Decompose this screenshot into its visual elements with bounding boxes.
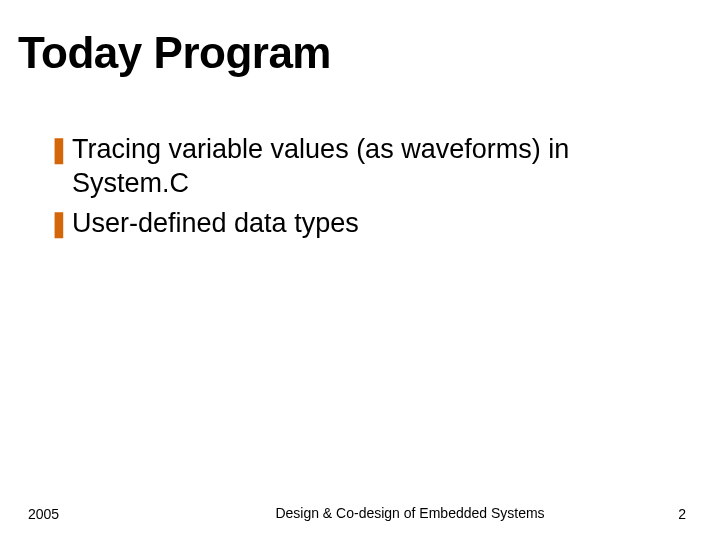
bullet-text: Tracing variable values (as waveforms) i… [72,132,684,200]
footer-left: 2005 [0,506,180,522]
bullet-text: User-defined data types [72,206,359,240]
footer-center: Design & Co-design of Embedded Systems [180,505,640,523]
footer-page-number: 2 [640,506,720,522]
bullet-marker-icon: ❚ [48,132,70,166]
slide: Today Program ❚ Tracing variable values … [0,0,720,540]
slide-footer: 2005 Design & Co-design of Embedded Syst… [0,505,720,523]
slide-title: Today Program [18,28,720,78]
title-area: Today Program [0,0,720,78]
slide-body: ❚ Tracing variable values (as waveforms)… [0,78,720,240]
bullet-item: ❚ User-defined data types [48,206,684,240]
bullet-item: ❚ Tracing variable values (as waveforms)… [48,132,684,200]
bullet-marker-icon: ❚ [48,206,70,240]
